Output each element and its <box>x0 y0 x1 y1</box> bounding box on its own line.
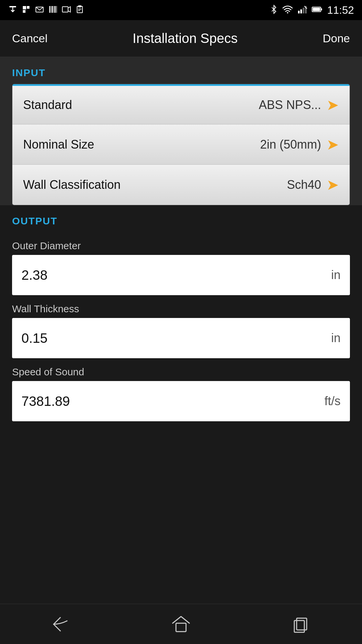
speed-of-sound-unit: ft/s <box>324 394 341 408</box>
battery-icon <box>312 5 322 16</box>
nominal-size-value: 2in (50mm) <box>260 138 321 152</box>
outer-diameter-label: Outer Diameter <box>0 232 362 255</box>
svg-rect-10 <box>55 6 56 13</box>
back-icon <box>50 616 70 633</box>
flipboard-icon <box>21 5 31 16</box>
barcode-icon <box>48 5 58 16</box>
svg-rect-26 <box>176 623 186 632</box>
input-list: Standard ABS NPS... ➤ Nominal Size 2in (… <box>12 84 350 205</box>
clipboard-icon <box>75 5 84 16</box>
recents-button[interactable] <box>282 611 322 638</box>
svg-rect-11 <box>56 6 57 13</box>
status-icons-right: 11:52 <box>270 4 354 16</box>
nominal-size-row[interactable]: Nominal Size 2in (50mm) ➤ <box>12 124 350 165</box>
wall-classification-right: Sch40 ➤ <box>287 177 339 192</box>
done-button[interactable]: Done <box>323 32 350 45</box>
standard-row[interactable]: Standard ABS NPS... ➤ <box>12 84 350 124</box>
svg-rect-6 <box>49 6 50 13</box>
svg-rect-3 <box>27 6 29 9</box>
svg-rect-0 <box>9 6 16 7</box>
standard-label: Standard <box>23 98 72 112</box>
video-icon <box>62 5 71 16</box>
back-button[interactable] <box>40 611 80 638</box>
output-section: OUTPUT Outer Diameter 2.38 in Wall Thick… <box>0 205 362 604</box>
output-section-label: OUTPUT <box>0 205 362 232</box>
home-icon <box>171 615 191 633</box>
status-bar: 11:52 <box>0 0 362 20</box>
standard-right: ABS NPS... ➤ <box>259 98 339 112</box>
svg-rect-20 <box>303 8 304 13</box>
bluetooth-icon <box>270 5 278 16</box>
wifi-icon <box>282 5 293 16</box>
speed-of-sound-value: 7381.89 <box>21 394 70 409</box>
svg-point-17 <box>287 12 288 13</box>
svg-rect-25 <box>313 8 320 11</box>
home-button[interactable] <box>161 611 201 638</box>
header: Cancel Installation Specs Done <box>0 20 362 57</box>
nominal-size-chevron-icon: ➤ <box>326 137 339 152</box>
svg-rect-2 <box>23 6 26 9</box>
outer-diameter-unit: in <box>331 268 341 282</box>
speed-of-sound-label: Speed of Sound <box>0 358 362 381</box>
wall-classification-label: Wall Classification <box>23 178 121 192</box>
speed-of-sound-field: 7381.89 ft/s <box>12 381 350 421</box>
signal-icon <box>298 5 307 16</box>
wall-thickness-value: 0.15 <box>21 331 48 346</box>
standard-chevron-icon: ➤ <box>326 98 339 112</box>
svg-rect-12 <box>62 7 68 12</box>
wall-thickness-unit: in <box>331 331 341 345</box>
input-section: INPUT Standard ABS NPS... ➤ Nominal Size… <box>0 57 362 205</box>
wall-classification-row[interactable]: Wall Classification Sch40 ➤ <box>12 165 350 205</box>
svg-rect-4 <box>23 10 25 13</box>
svg-rect-18 <box>298 11 300 13</box>
page-title: Installation Specs <box>133 31 238 46</box>
main-content: INPUT Standard ABS NPS... ➤ Nominal Size… <box>0 57 362 604</box>
recents-icon <box>292 615 312 633</box>
nominal-size-label: Nominal Size <box>23 138 94 152</box>
input-section-label: INPUT <box>0 57 362 84</box>
wall-thickness-field: 0.15 in <box>12 318 350 358</box>
cancel-button[interactable]: Cancel <box>12 32 48 45</box>
outer-diameter-value: 2.38 <box>21 268 48 283</box>
wall-classification-chevron-icon: ➤ <box>326 177 339 192</box>
standard-value: ABS NPS... <box>259 98 321 112</box>
svg-rect-19 <box>300 9 302 13</box>
svg-rect-28 <box>294 621 304 632</box>
gmail-icon <box>35 5 44 16</box>
status-time: 11:52 <box>327 4 354 16</box>
svg-rect-24 <box>321 8 322 10</box>
svg-rect-27 <box>297 618 307 630</box>
outer-diameter-field: 2.38 in <box>12 255 350 295</box>
svg-rect-8 <box>52 6 53 13</box>
wall-classification-value: Sch40 <box>287 178 321 192</box>
status-icons-left <box>8 5 84 16</box>
svg-rect-7 <box>51 6 52 13</box>
nav-bar <box>0 604 362 644</box>
download-icon <box>8 5 17 16</box>
wall-thickness-label: Wall Thickness <box>0 295 362 318</box>
nominal-size-right: 2in (50mm) ➤ <box>260 137 339 152</box>
svg-rect-9 <box>54 6 54 13</box>
